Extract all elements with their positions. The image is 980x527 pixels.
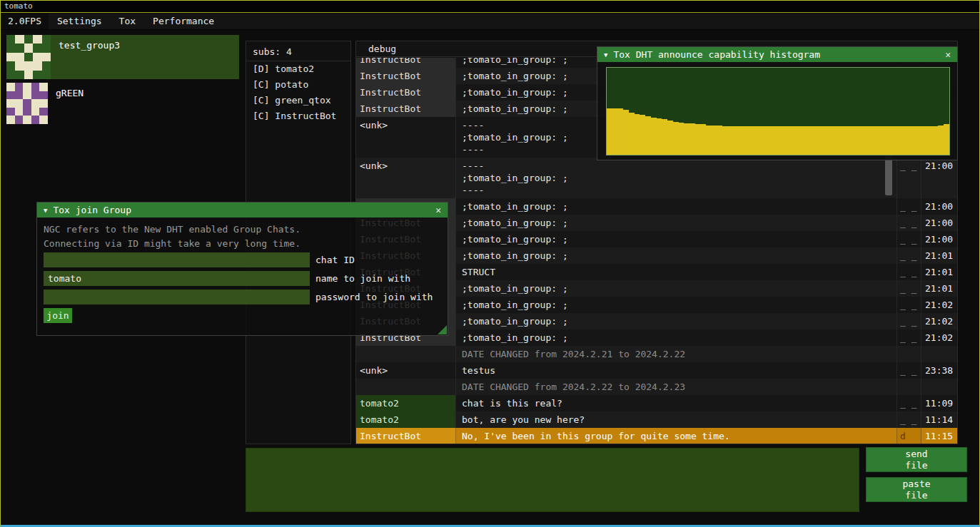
- histogram-bar: [689, 123, 695, 155]
- join-info-line-1: NGC refers to the New DHT enabled Group …: [44, 224, 300, 235]
- field-label: chat ID: [315, 255, 355, 265]
- message-time: 11:15: [921, 428, 957, 444]
- histogram-bar: [750, 126, 756, 155]
- collapse-icon[interactable]: ▼: [604, 51, 607, 58]
- member-item[interactable]: [D] tomato2: [246, 61, 350, 77]
- histogram-bar: [855, 126, 861, 155]
- histogram-bar: [867, 126, 872, 155]
- histogram-bar: [635, 114, 640, 155]
- histogram-bar: [861, 126, 867, 155]
- message-flags: _ _: [897, 264, 921, 280]
- sender-name: <unk>: [356, 158, 456, 198]
- message-input[interactable]: [246, 448, 859, 512]
- histogram-bar: [767, 126, 772, 155]
- histogram-bar: [617, 108, 623, 155]
- histogram-bar: [734, 126, 739, 155]
- field-label: name to join with: [315, 273, 410, 284]
- message-text: ;tomato_in_group: ;: [456, 329, 897, 346]
- window-title: tomato: [4, 1, 33, 11]
- histogram-bar: [800, 126, 806, 155]
- message-time: 21:01: [921, 247, 957, 264]
- member-item[interactable]: [C] potato: [246, 77, 350, 93]
- sender-name: [356, 379, 456, 395]
- message-time: 21:02: [921, 313, 957, 329]
- message-flags: _ _: [897, 158, 921, 198]
- histogram-bar: [778, 126, 784, 155]
- join-window-titlebar[interactable]: ▼ Tox join Group ✕: [37, 203, 448, 218]
- send-file-button[interactable]: send file: [866, 447, 967, 472]
- paste-file-button[interactable]: paste file: [866, 477, 967, 502]
- histogram-bar: [938, 126, 944, 155]
- message-text: ;tomato_in_group: ;: [456, 215, 897, 231]
- join-fields: chat IDname to join withpassword to join…: [44, 252, 433, 305]
- join-window-title: Tox join Group: [53, 205, 430, 215]
- close-icon[interactable]: ✕: [435, 205, 441, 215]
- histogram-window: ▼ Tox DHT announce capability histogram …: [597, 46, 958, 160]
- join-info-line-2: Connecting via ID might take a very long…: [44, 238, 300, 249]
- subs-count: subs: 4: [246, 41, 350, 61]
- sender-name: tomato2: [356, 395, 456, 411]
- histogram-bar: [607, 108, 612, 155]
- message-flags: _ _: [897, 198, 921, 215]
- message-text: DATE CHANGED from 2024.2.22 to 2024.2.23: [456, 379, 897, 395]
- histogram-bar: [706, 126, 712, 155]
- histogram-bar: [944, 124, 949, 155]
- message-flags: [897, 346, 921, 362]
- menu-item-settings[interactable]: Settings: [49, 14, 111, 29]
- fps-counter: 2.0FPS: [1, 14, 49, 29]
- chat-id-input[interactable]: [44, 252, 310, 267]
- resize-grip[interactable]: [438, 325, 447, 334]
- histogram-bar: [684, 123, 689, 155]
- group-avatar-icon: [6, 35, 51, 79]
- message-flags: _ _: [897, 247, 921, 264]
- close-icon[interactable]: ✕: [945, 49, 951, 60]
- histogram-bar: [827, 126, 833, 155]
- histogram-bar: [700, 124, 706, 155]
- message-text: testus: [456, 362, 897, 379]
- histogram-bars: [607, 68, 949, 155]
- histogram-bar: [645, 116, 651, 155]
- histogram-bar: [927, 126, 933, 155]
- histogram-bar: [833, 126, 839, 155]
- histogram-bar: [784, 126, 789, 155]
- window-titlebar[interactable]: tomato: [1, 1, 979, 13]
- histogram-bar: [717, 126, 723, 155]
- message-time: 21:00: [921, 231, 957, 247]
- message-time: 11:14: [921, 411, 957, 428]
- member-item[interactable]: [C] green_qtox: [246, 93, 350, 108]
- histogram-window-titlebar[interactable]: ▼ Tox DHT announce capability histogram …: [597, 47, 957, 62]
- histogram-bar: [762, 126, 767, 155]
- collapse-icon[interactable]: ▼: [44, 207, 47, 214]
- histogram-bar: [667, 121, 673, 155]
- join-name-input[interactable]: [44, 271, 310, 286]
- join-button[interactable]: join: [44, 308, 72, 323]
- message-text: ;tomato_in_group: ;: [456, 198, 897, 215]
- message-text: STRUCT: [456, 264, 897, 280]
- group-list: test_group3gREEN: [6, 35, 239, 128]
- histogram-bar: [916, 126, 921, 155]
- histogram-bar: [844, 126, 850, 155]
- sender-name: InstructBot: [356, 428, 456, 444]
- message-flags: _ _: [897, 231, 921, 247]
- histogram-bar: [712, 126, 717, 155]
- date-row: DATE CHANGED from 2024.2.22 to 2024.2.23: [356, 379, 957, 395]
- message-time: 21:00: [921, 215, 957, 231]
- histogram-bar: [921, 126, 927, 155]
- message-time: 21:02: [921, 329, 957, 346]
- member-item[interactable]: [C] InstructBot: [246, 108, 350, 124]
- histogram-bar: [888, 126, 894, 155]
- message-row: tomato2chat is this real?_ _11:09: [356, 395, 957, 411]
- message-text: chat is this real?: [456, 395, 897, 411]
- group-item-test_group3[interactable]: test_group3: [6, 35, 239, 79]
- message-text: ;tomato_in_group: ;: [456, 247, 897, 264]
- menu-item-tox[interactable]: Tox: [111, 14, 144, 29]
- message-flags: _ _: [897, 329, 921, 346]
- message-flags: _ _: [897, 297, 921, 313]
- group-item-gREEN[interactable]: gREEN: [6, 83, 239, 124]
- message-flags: _ _: [897, 313, 921, 329]
- menu-item-performance[interactable]: Performance: [144, 14, 223, 29]
- histogram-bar: [910, 126, 916, 155]
- message-text: ;tomato_in_group: ;: [456, 313, 897, 329]
- histogram-bar: [739, 126, 745, 155]
- join-password-input[interactable]: [44, 290, 310, 305]
